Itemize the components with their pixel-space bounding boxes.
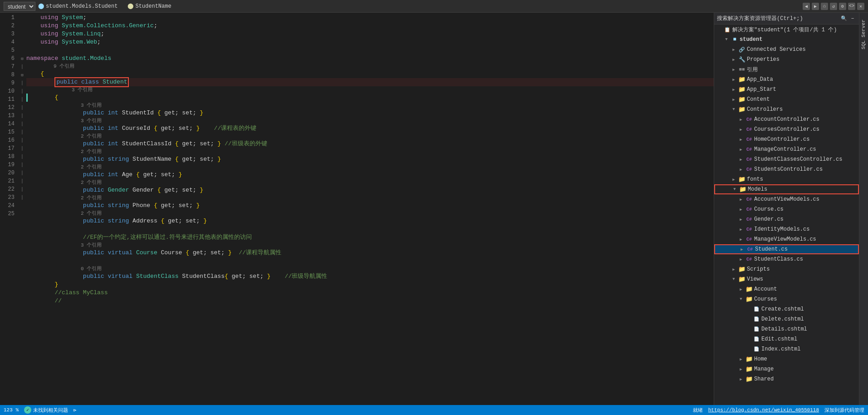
ln-12: 12 xyxy=(0,104,15,112)
code-block-15: 2 个引用 public Gender Gender { get; set; } xyxy=(26,179,714,194)
no-problems-label: 未找到相关问题 xyxy=(33,407,68,414)
se-collapse-icon[interactable]: − xyxy=(849,15,856,22)
course-item[interactable]: ▶ C# Course.cs xyxy=(714,204,859,214)
fold-10: │ xyxy=(18,87,26,95)
account-controller-item[interactable]: ▶ C# AccountController.cs xyxy=(714,114,859,124)
fold-16: │ xyxy=(18,136,26,144)
connected-services-item[interactable]: ▶ 🔗 Connected Services xyxy=(714,44,859,54)
details-cshtml-item[interactable]: 📄 Details.cshtml xyxy=(714,324,859,334)
views-shared-item[interactable]: ▶ 📁 Shared xyxy=(714,374,859,384)
fold-8[interactable]: ⊟ xyxy=(18,71,26,79)
se-tree: 📋 解决方案"student"(1 个项目/共 1 个) ▼ ■ student… xyxy=(714,25,859,405)
content-item[interactable]: ▶ 📁 Content xyxy=(714,94,859,104)
ln-5: 5 xyxy=(0,46,15,54)
students-controller-item[interactable]: ▶ C# StudentsController.cs xyxy=(714,164,859,174)
scripts-item[interactable]: ▶ 📁 Scripts xyxy=(714,264,859,274)
ln-7: 7 xyxy=(0,63,15,71)
main-area: 1 2 3 4 5 6 7 8 9 10 11 12 13 14 15 16 1… xyxy=(0,13,868,405)
code-line-8: public class Student xyxy=(26,78,714,86)
file-dropdown[interactable]: student xyxy=(4,2,35,11)
delete-cshtml-item[interactable]: 📄 Delete.cshtml xyxy=(714,314,859,324)
code-editor[interactable]: using System; using System.Collections.G… xyxy=(26,13,714,405)
identity-item[interactable]: ▶ C# IdentityModels.cs xyxy=(714,224,859,234)
studentclass-item[interactable]: ▶ C# StudentClass.cs xyxy=(714,254,859,264)
views-item[interactable]: ▼ 📁 Views xyxy=(714,274,859,284)
ln-10: 10 xyxy=(0,87,15,95)
accountvm-item[interactable]: ▶ C# AccountViewModels.cs xyxy=(714,194,859,204)
cc-icon: C# xyxy=(745,126,753,133)
idx-icon: 📄 xyxy=(753,346,760,352)
views-courses-item[interactable]: ▼ 📁 Courses xyxy=(714,294,859,304)
ln-15: 15 xyxy=(0,128,15,136)
managevm-item[interactable]: ▶ C# ManageViewModels.cs xyxy=(714,234,859,244)
scripts-arrow: ▶ xyxy=(731,267,737,272)
edit-cshtml-item[interactable]: 📄 Edit.cshtml xyxy=(714,334,859,344)
properties-item[interactable]: ▶ 🔧 Properties xyxy=(714,54,859,64)
sql-server-tab[interactable]: SQL Server 对象资源管理器 xyxy=(859,13,868,53)
studentclasses-controller-label: StudentClassesController.cs xyxy=(754,156,842,163)
content-label: Content xyxy=(747,96,770,103)
app-data-item[interactable]: ▶ 📁 App_Data xyxy=(714,74,859,84)
fold-22: │ xyxy=(18,185,26,193)
code-block-7: 9 个引用 { xyxy=(26,63,714,78)
code-content: 1 2 3 4 5 6 7 8 9 10 11 12 13 14 15 16 1… xyxy=(0,13,714,405)
source-control-link[interactable]: 深加到源代码管理 xyxy=(824,407,864,414)
back-icon[interactable]: ◀ xyxy=(803,3,810,10)
cr-icon: 📄 xyxy=(753,306,760,312)
refresh-icon[interactable]: ↺ xyxy=(830,3,837,10)
views-home-item[interactable]: ▶ 📁 Home xyxy=(714,354,859,364)
views-courses-label: Courses xyxy=(754,296,777,302)
courses-controller-item[interactable]: ▶ C# CoursesController.cs xyxy=(714,124,859,134)
code-line-24: //class MyClass xyxy=(26,289,714,297)
tab-member[interactable]: ⬤ StudentName xyxy=(128,3,171,10)
forward-icon[interactable]: ▶ xyxy=(812,3,819,10)
ready-label: 就绪 xyxy=(693,407,703,414)
controllers-icon: 📁 xyxy=(738,106,745,113)
project-root[interactable]: ▼ ■ student xyxy=(714,35,859,44)
va-arrow: ▶ xyxy=(738,287,744,292)
code-line-13-hint: 2 个引用 xyxy=(26,148,714,155)
create-cshtml-item[interactable]: 📄 Create.cshtml xyxy=(714,304,859,314)
fold-6[interactable]: ⊟ xyxy=(18,54,26,63)
ln-18: 18 xyxy=(0,153,15,161)
views-manage-item[interactable]: ▶ 📁 Manage xyxy=(714,364,859,374)
ln-6: 6 xyxy=(0,54,15,63)
code-line-15: public Gender Gender { get; set; } xyxy=(26,186,714,194)
index-cshtml-item[interactable]: 📄 Index.cshtml xyxy=(714,344,859,354)
fonts-item[interactable]: ▶ 📁 fonts xyxy=(714,174,859,184)
tab-file[interactable]: ⬤ student.Models.Student xyxy=(38,3,118,10)
fold-11: │ xyxy=(18,95,26,104)
controllers-item[interactable]: ▼ 📁 Controllers xyxy=(714,104,859,114)
accountvm-label: AccountViewModels.cs xyxy=(754,196,819,203)
app-start-item[interactable]: ▶ 📁 App_Start xyxy=(714,84,859,94)
editor-area: 1 2 3 4 5 6 7 8 9 10 11 12 13 14 15 16 1… xyxy=(0,13,714,405)
studentclasses-controller-item[interactable]: ▶ C# StudentClassesController.cs xyxy=(714,154,859,164)
gender-icon: C# xyxy=(745,216,753,222)
line-numbers: 1 2 3 4 5 6 7 8 9 10 11 12 13 14 15 16 1… xyxy=(0,13,18,405)
solution-root: 📋 解决方案"student"(1 个项目/共 1 个) xyxy=(714,25,859,35)
solution-explorer: 搜索解决方案资源管理器(Ctrl+;) 🔍 − 📋 解决方案"student"(… xyxy=(714,13,859,405)
gender-item[interactable]: ▶ C# Gender.cs xyxy=(714,214,859,224)
home-icon[interactable]: ⌂ xyxy=(821,3,828,10)
fold-13: │ xyxy=(18,112,26,120)
se-search-label: 搜索解决方案资源管理器(Ctrl+;) xyxy=(717,15,803,22)
ln-4: 4 xyxy=(0,38,15,46)
views-account-item[interactable]: ▶ 📁 Account xyxy=(714,284,859,294)
code-line-14-hint: 2 个引用 xyxy=(26,163,714,171)
ln-11: 11 xyxy=(0,95,15,104)
references-item[interactable]: ▶ ■■ 引用 xyxy=(714,64,859,74)
app-start-label: App_Start xyxy=(747,86,776,93)
det-icon: 📄 xyxy=(753,326,760,332)
settings-icon[interactable]: ⚙ xyxy=(839,3,846,10)
status-url[interactable]: https://blog.csdn.net/weixin_40550118 xyxy=(708,407,819,413)
code-icon[interactable]: <> xyxy=(848,3,855,10)
views-manage-label: Manage xyxy=(754,366,774,372)
home-controller-item[interactable]: ▶ C# HomeController.cs xyxy=(714,134,859,144)
properties-icon: 🔧 xyxy=(738,56,745,63)
student-item[interactable]: ▶ C# Student.cs xyxy=(714,244,859,254)
close-icon[interactable]: ✕ xyxy=(857,3,864,10)
se-search-icon[interactable]: 🔍 xyxy=(840,15,848,22)
hc-arrow: ▶ xyxy=(738,137,744,142)
manage-controller-item[interactable]: ▶ C# ManageController.cs xyxy=(714,144,859,154)
models-item[interactable]: ▼ 📁 Models xyxy=(714,184,859,194)
